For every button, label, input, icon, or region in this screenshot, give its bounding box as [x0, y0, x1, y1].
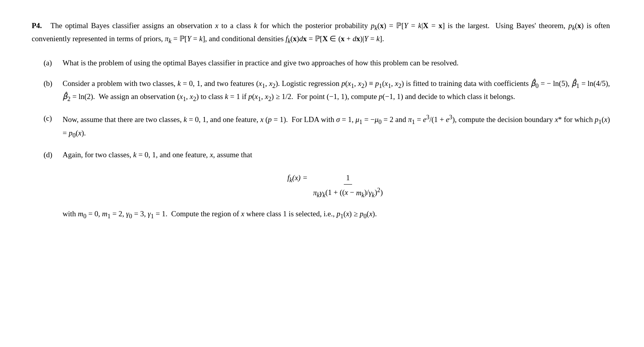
sub-label-d: (d) [44, 149, 63, 160]
formula-lhs: fk(x) = [288, 172, 308, 200]
formula-display: fk(x) = 1 πkγk(1 + ((x − mk)/γk)2) [63, 172, 610, 200]
formula-fraction: 1 πkγk(1 + ((x − mk)/γk)2) [311, 172, 385, 200]
sub-content-d: Again, for two classes, k = 0, 1, and on… [63, 149, 610, 221]
formula-denominator: πkγk(1 + ((x − mk)/γk)2) [311, 185, 385, 200]
sub-d-text1: Again, for two classes, k = 0, 1, and on… [63, 149, 610, 160]
sub-content-c: Now, assume that there are two classes, … [63, 112, 610, 140]
sub-problem-b: (b) Consider a problem with two classes,… [44, 78, 610, 104]
problem-label: P4. [32, 21, 42, 30]
sub-label-a: (a) [44, 57, 63, 69]
sub-content-a: What is the problem of using the optimal… [63, 57, 610, 69]
sub-problem-a: (a) What is the problem of using the opt… [44, 57, 610, 69]
sub-label-c: (c) [44, 112, 63, 124]
problem-intro: P4. The optimal Bayes classifier assigns… [32, 20, 610, 46]
sub-problem-d: (d) Again, for two classes, k = 0, 1, an… [44, 149, 610, 221]
problem-header: P4. The optimal Bayes classifier assigns… [32, 20, 610, 46]
sub-problem-c: (c) Now, assume that there are two class… [44, 112, 610, 140]
main-content: P4. The optimal Bayes classifier assigns… [32, 20, 610, 221]
sub-d-text2: with m0 = 0, m1 = 2, γ0 = 3, γ1 = 1. Com… [63, 208, 610, 221]
sub-label-b: (b) [44, 78, 63, 89]
formula-numerator: 1 [344, 172, 352, 185]
sub-content-b: Consider a problem with two classes, k =… [63, 78, 610, 104]
sub-problems-list: (a) What is the problem of using the opt… [32, 57, 610, 221]
